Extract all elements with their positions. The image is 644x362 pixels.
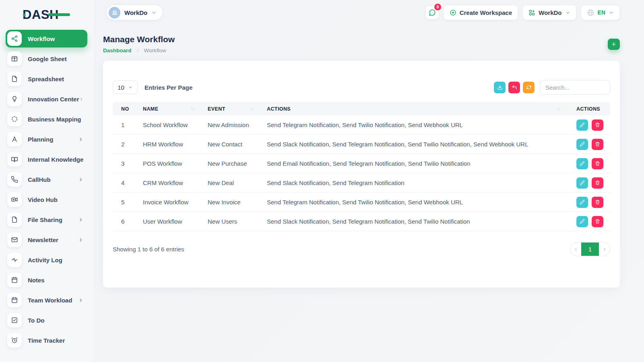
sort-icon[interactable]: ↑↓	[191, 107, 194, 111]
file-icon	[7, 212, 22, 227]
sidebar-item-label: Team Workload	[28, 297, 72, 304]
trash-icon	[595, 219, 600, 224]
language-selector[interactable]: EN	[581, 5, 620, 20]
table-row: 6User WorkflowNew UsersSend Slack Notifi…	[113, 212, 610, 231]
cell-no: 5	[113, 199, 134, 206]
mail-icon	[7, 232, 22, 247]
workspace-name: WorkDo	[124, 9, 147, 16]
create-workspace-label: Create Workspace	[460, 9, 512, 16]
cell-name: Invoice Workflow	[134, 199, 199, 206]
delete-button[interactable]	[592, 158, 603, 169]
messages-badge: 0	[434, 4, 441, 10]
column-header-actions: ACTIONS↑↓	[258, 106, 565, 112]
header-actions: 0 Create Workspace WorkDo EN	[425, 5, 620, 20]
sidebar-menu: WorkflowGoogle SheetSpreadsheetInnovatio…	[0, 30, 94, 349]
table-row: 3POS WorkflowNew PurchaseSend Email Noti…	[113, 154, 610, 173]
trash-icon	[595, 200, 600, 205]
trash-icon	[595, 122, 600, 128]
chevron-right-icon	[78, 177, 83, 182]
edit-button[interactable]	[576, 216, 588, 227]
column-header-row-actions: ACTIONS	[565, 106, 610, 112]
workdo-menu-label: WorkDo	[539, 9, 561, 16]
chevron-right-icon	[78, 217, 83, 222]
sidebar-item-label: Spreadsheet	[28, 76, 64, 82]
sidebar-item-label: Activity Log	[28, 257, 62, 263]
sidebar-item-file-sharing[interactable]: File Sharing	[6, 211, 87, 228]
edit-button[interactable]	[576, 158, 588, 169]
create-workspace-button[interactable]: Create Workspace	[444, 5, 518, 20]
chevron-down-icon	[565, 10, 570, 15]
sidebar-item-video-hub[interactable]: Video Hub	[6, 191, 87, 208]
sidebar-item-label: CallHub	[28, 176, 51, 183]
previous-page-button[interactable]	[570, 243, 581, 256]
pencil-icon	[580, 161, 585, 166]
table-row: 2HRM WorkflowNew ContactSend Slack Notif…	[113, 135, 610, 154]
export-button[interactable]	[494, 82, 506, 93]
delete-button[interactable]	[592, 139, 603, 150]
sidebar-item-innovation-center[interactable]: Innovation Center	[6, 90, 87, 108]
sidebar-item-label: Business Mapping	[28, 116, 81, 123]
messages-button[interactable]: 0	[425, 6, 439, 19]
sort-icon[interactable]: ↑↓	[557, 107, 560, 111]
refresh-button[interactable]	[523, 82, 535, 93]
sidebar-item-google-sheet[interactable]: Google Sheet	[6, 50, 87, 68]
sidebar-item-workflow[interactable]: Workflow	[6, 30, 87, 47]
row-action-buttons	[565, 216, 610, 227]
pencil-icon	[580, 142, 585, 147]
delete-button[interactable]	[592, 177, 603, 189]
pencil-icon	[580, 219, 585, 224]
edit-button[interactable]	[576, 197, 588, 208]
logo-accent-bar	[48, 13, 70, 16]
logo-accent-dot	[23, 14, 26, 16]
sidebar-item-planning[interactable]: Planning	[6, 130, 87, 148]
sort-icon[interactable]: ↑↓	[250, 107, 253, 111]
cell-no: 2	[113, 141, 134, 148]
workspace-switcher[interactable]: WorkDo	[106, 5, 163, 20]
table-row: 1School WorkflowNew AdmissionSend Telegr…	[113, 115, 610, 135]
edit-button[interactable]	[576, 139, 588, 150]
cell-no: 4	[113, 179, 134, 186]
delete-button[interactable]	[592, 197, 603, 208]
entries-per-page-select[interactable]: 10	[113, 80, 138, 94]
breadcrumb: Dashboard Workflow	[103, 47, 175, 53]
sidebar-item-to-do[interactable]: To Do	[6, 311, 87, 329]
sidebar-item-team-workload[interactable]: Team Workload	[6, 291, 87, 309]
sidebar-item-spreadsheet[interactable]: Spreadsheet	[6, 70, 87, 88]
sidebar-item-internal-knowledge[interactable]: Internal Knowledge	[6, 150, 87, 168]
workdo-menu-button[interactable]: WorkDo	[522, 5, 576, 20]
delete-button[interactable]	[592, 216, 603, 227]
table-body: 1School WorkflowNew AdmissionSend Telegr…	[113, 115, 610, 231]
delete-button[interactable]	[592, 119, 603, 131]
next-page-button[interactable]	[599, 243, 610, 256]
sidebar-item-newsletter[interactable]: Newsletter	[6, 231, 87, 249]
reset-button[interactable]	[508, 82, 520, 93]
edit-button[interactable]	[576, 177, 588, 189]
sidebar-item-time-tracker[interactable]: Time Tracker	[6, 331, 87, 349]
edit-button[interactable]	[576, 119, 588, 131]
cell-no: 1	[113, 121, 134, 128]
activity-icon	[7, 253, 22, 267]
sidebar-item-activity-log[interactable]: Activity Log	[6, 251, 87, 269]
cell-name: User Workflow	[134, 218, 199, 225]
cell-actions: Send Email Notification, Send Telegram N…	[258, 160, 565, 167]
cell-name: HRM Workflow	[134, 141, 199, 148]
main-area: WorkDo 0 Create Workspace WorkDo EN	[95, 0, 644, 362]
cell-event: New Invoice	[199, 199, 258, 206]
sidebar-item-notes[interactable]: Notes	[6, 271, 87, 289]
cell-event: New Purchase	[199, 160, 258, 167]
pagination: 1	[570, 242, 610, 256]
search-input[interactable]	[540, 80, 610, 95]
calendar-icon	[7, 273, 22, 287]
download-icon	[497, 84, 503, 90]
current-page-button[interactable]: 1	[581, 243, 599, 256]
add-workflow-button[interactable]	[608, 39, 620, 50]
book-open-icon	[7, 152, 22, 167]
globe-icon	[587, 9, 594, 16]
sidebar-item-label: Time Tracker	[28, 337, 65, 344]
trash-icon	[595, 142, 600, 147]
sidebar-item-callhub[interactable]: CallHub	[6, 171, 87, 188]
breadcrumb-dashboard-link[interactable]: Dashboard	[103, 47, 132, 53]
app-logo: DASH	[0, 0, 94, 30]
sidebar-item-business-mapping[interactable]: Business Mapping	[6, 110, 87, 128]
cell-name: School Workflow	[134, 121, 199, 128]
